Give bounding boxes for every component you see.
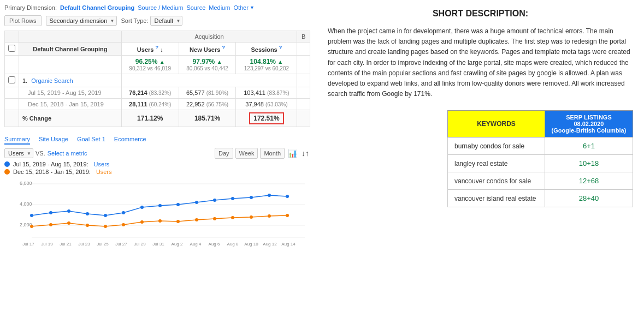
s1-dot bbox=[67, 209, 70, 213]
total-users-cell: 96.25% ▲ 90,312 vs 46,019 bbox=[121, 56, 179, 74]
tab-summary[interactable]: Summary bbox=[4, 136, 30, 145]
x-label: Aug 14 bbox=[281, 242, 296, 247]
medium-link[interactable]: Medium bbox=[209, 4, 230, 11]
p1-date-cell: Jul 15, 2019 - Aug 15, 2019 bbox=[19, 87, 122, 99]
total-new-users-main: 97.97% ▲ bbox=[193, 58, 222, 65]
tab-site-usage[interactable]: Site Usage bbox=[39, 136, 68, 145]
pct-new-users-cell: 185.71% bbox=[179, 110, 236, 127]
s1-dot bbox=[286, 195, 289, 198]
s1-dot bbox=[49, 211, 52, 214]
th-acquisition: Acquisition bbox=[121, 31, 297, 43]
pct-sessions-boxed: 172.51% bbox=[249, 112, 283, 124]
total-new-users-cell: 97.97% ▲ 80,065 vs 40,442 bbox=[179, 56, 236, 74]
p1-users-pct: (83.32%) bbox=[149, 90, 172, 96]
legend-date-1: Jul 15, 2019 - Aug 15, 2019: bbox=[13, 161, 88, 167]
metric-select-wrapper: Users bbox=[4, 148, 33, 158]
sessions-info: ? bbox=[279, 45, 282, 50]
table-row: 1. Organic Search bbox=[5, 74, 310, 87]
serp-value-4: 28+40 bbox=[545, 190, 633, 207]
y-label-4000: 4,000 bbox=[20, 201, 32, 207]
s2-dot bbox=[67, 221, 70, 225]
x-label: Aug 6 bbox=[209, 242, 220, 247]
s1-dot bbox=[104, 214, 107, 217]
x-label: Jul 31 bbox=[152, 242, 164, 247]
sort-type-select[interactable]: Default bbox=[150, 16, 182, 26]
keywords-header: KEYWORDS bbox=[448, 111, 545, 137]
tab-goal-set-1[interactable]: Goal Set 1 bbox=[77, 136, 105, 145]
select-metric-link[interactable]: Select a metric bbox=[48, 150, 87, 157]
p2-users-cell: 28,111 (60.24%) bbox=[121, 99, 179, 110]
day-btn[interactable]: Day bbox=[215, 148, 233, 159]
chart-annotation-btn[interactable]: ↓↑ bbox=[300, 148, 310, 159]
secondary-dimension-select[interactable]: Secondary dimension bbox=[46, 16, 117, 26]
keyword-3: vancouver condos for sale bbox=[448, 172, 545, 190]
source-link[interactable]: Source bbox=[186, 4, 205, 11]
keywords-row-2: langley real estate 10+18 bbox=[448, 155, 633, 172]
sort-type-label: Sort Type: bbox=[121, 17, 149, 24]
th-users: Users ? ↓ bbox=[121, 43, 179, 56]
legend-metric-2: Users bbox=[96, 169, 112, 175]
row-checkbox[interactable] bbox=[8, 76, 15, 83]
users-sort-icon[interactable]: ↓ bbox=[160, 46, 163, 53]
x-label: Jul 23 bbox=[78, 242, 90, 247]
select-all-checkbox[interactable] bbox=[8, 45, 15, 52]
organic-search-link[interactable]: Organic Search bbox=[31, 77, 73, 84]
p1-new-users-pct: (81.90%) bbox=[206, 90, 229, 96]
p2-users: 28,111 bbox=[129, 101, 147, 107]
p1-new-users: 65,577 bbox=[186, 89, 205, 96]
p1-users: 76,214 bbox=[129, 89, 147, 96]
other-chevron-icon: ▼ bbox=[250, 5, 255, 10]
secondary-bar: Plot Rows Secondary dimension Sort Type:… bbox=[4, 15, 317, 26]
total-sessions-sub: 123,297 vs 60,202 bbox=[239, 65, 293, 71]
p2-new-users: 22,952 bbox=[186, 101, 205, 107]
sessions-up-arrow: ▲ bbox=[277, 59, 283, 65]
p1-checkbox-cell bbox=[5, 87, 19, 99]
s2-dot bbox=[195, 218, 198, 221]
row-empty-metrics bbox=[121, 74, 297, 87]
total-b-cell bbox=[297, 56, 310, 74]
line-chart: 6,000 4,000 2,000 bbox=[4, 177, 310, 248]
chart-svg-wrap: 6,000 4,000 2,000 bbox=[4, 177, 310, 248]
pct-change-label: % Change bbox=[22, 115, 51, 122]
other-dropdown[interactable]: Other ▼ bbox=[233, 4, 254, 11]
s1-dot bbox=[122, 211, 125, 214]
sort-type-wrap: Sort Type: Default bbox=[121, 16, 183, 26]
legend-dot-2 bbox=[4, 169, 10, 175]
x-label: Aug 12 bbox=[263, 242, 277, 247]
new-users-up-arrow: ▲ bbox=[217, 59, 222, 65]
serp-header-region: (Google-British Columbia) bbox=[551, 127, 627, 134]
users-metric-select[interactable]: Users bbox=[4, 148, 33, 158]
keyword-4: vancouver island real estate bbox=[448, 190, 545, 207]
s1-dot bbox=[140, 206, 144, 209]
chart-type-btn[interactable]: 📊 bbox=[287, 148, 298, 159]
pct-sessions-cell: 172.51% bbox=[236, 110, 297, 127]
row-checkbox-cell bbox=[5, 74, 19, 87]
active-dim: Default Channel Grouping bbox=[60, 4, 134, 11]
s2-dot bbox=[158, 219, 162, 223]
chart-metric-select: Users VS. Select a metric bbox=[4, 148, 87, 158]
tab-ecommerce[interactable]: Ecommerce bbox=[114, 136, 146, 145]
sort-type-select-wrapper: Default bbox=[150, 16, 182, 26]
source-medium-link[interactable]: Source / Medium bbox=[138, 4, 183, 11]
right-panel: SHORT DESCRIPTION: When the project came… bbox=[317, 0, 644, 324]
s2-dot bbox=[86, 224, 89, 227]
x-label: Jul 17 bbox=[22, 242, 34, 247]
row-dim-cell: 1. Organic Search bbox=[19, 74, 122, 87]
p2-sessions-pct: (63.03%) bbox=[265, 101, 288, 107]
serp-header-label: SERP LISTINGS bbox=[551, 114, 627, 121]
plot-rows-button[interactable]: Plot Rows bbox=[4, 15, 42, 26]
chart-legend: Jul 15, 2019 - Aug 15, 2019: Users Dec 1… bbox=[4, 161, 310, 175]
week-btn[interactable]: Week bbox=[235, 148, 258, 159]
x-label: Aug 2 bbox=[172, 242, 183, 247]
pct-checkbox-cell bbox=[5, 110, 19, 127]
total-dim-cell bbox=[19, 56, 122, 74]
users-info: ? bbox=[155, 45, 158, 50]
legend-item-2: Dec 15, 2018 - Jan 15, 2019: Users bbox=[4, 169, 310, 175]
month-btn[interactable]: Month bbox=[260, 148, 285, 159]
keyword-1: burnaby condos for sale bbox=[448, 137, 545, 155]
keywords-row-3: vancouver condos for sale 12+68 bbox=[448, 172, 633, 190]
y-label-6000: 6,000 bbox=[20, 181, 32, 186]
s2-dot bbox=[268, 214, 271, 218]
users-up-arrow: ▲ bbox=[159, 59, 165, 65]
s1-dot bbox=[158, 204, 162, 207]
